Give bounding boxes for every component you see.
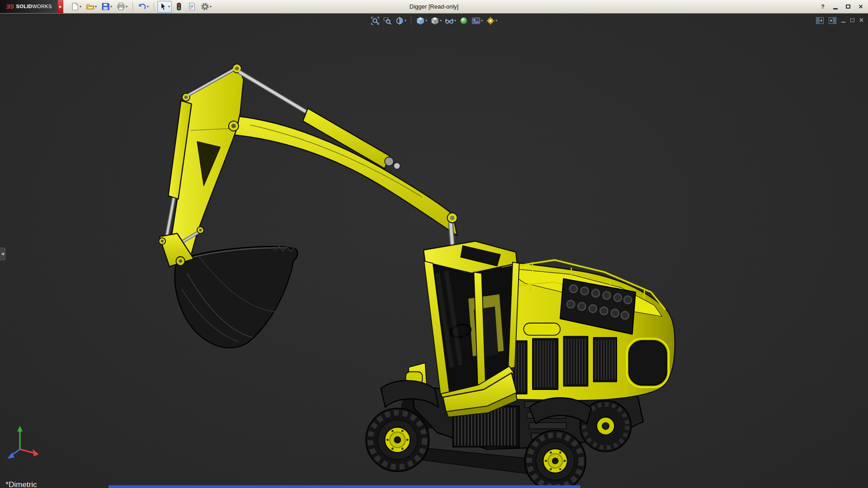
- apply-scene-button[interactable]: ▾: [472, 16, 483, 25]
- display-style-button[interactable]: ▾: [430, 16, 442, 25]
- new-document-button[interactable]: ▾: [69, 1, 83, 13]
- save-floppy-icon: [101, 2, 110, 11]
- display-style-icon: [430, 16, 439, 25]
- view-orientation-label: *Dimetric: [5, 480, 37, 488]
- open-button[interactable]: ▾: [84, 1, 99, 13]
- print-button[interactable]: ▾: [115, 1, 129, 13]
- select-cursor-icon: [159, 2, 168, 11]
- view-orientation-icon: [416, 16, 425, 25]
- restore-button[interactable]: [844, 3, 852, 11]
- title-bar: ƎS SOLIDWORKS ▶ ▾ ▾ ▾: [0, 0, 868, 14]
- pane-right-icon: [829, 17, 836, 24]
- save-button[interactable]: ▾: [99, 1, 114, 13]
- window-title: Digger [Read-only]: [410, 0, 458, 13]
- zoom-to-area-icon: [383, 16, 392, 25]
- minimize-document-icon: [841, 22, 845, 23]
- file-properties-icon: [188, 2, 196, 11]
- pane-left-icon: [816, 17, 824, 24]
- section-view-icon: [395, 16, 404, 25]
- digger-model[interactable]: [159, 64, 675, 488]
- print-icon: [117, 2, 125, 11]
- engine-house: [497, 260, 675, 400]
- rebuild-button[interactable]: [173, 1, 185, 13]
- close-document-button[interactable]: ×: [859, 16, 863, 24]
- select-tool-button[interactable]: ▾: [157, 1, 172, 13]
- new-document-icon: [71, 2, 79, 11]
- restore-icon: [846, 5, 850, 9]
- menu-expand-arrow[interactable]: ▶: [58, 0, 63, 13]
- graphics-viewport: *Dimetric ▾: [0, 13, 868, 488]
- edit-appearance-icon: [459, 16, 468, 25]
- zoom-to-area-button[interactable]: [383, 16, 392, 25]
- undo-icon: [138, 2, 146, 11]
- view-orientation-button[interactable]: ▾: [416, 16, 427, 25]
- minimize-icon: [833, 8, 838, 9]
- toolbar-separator: [154, 2, 154, 11]
- panel-collapse-arrow[interactable]: ◀: [0, 248, 5, 260]
- file-properties-button[interactable]: [186, 1, 198, 13]
- zoom-to-fit-icon: [371, 16, 380, 25]
- boom-assembly: [159, 64, 457, 348]
- hide-show-items-button[interactable]: ▾: [445, 16, 456, 25]
- solidworks-logo-text: SOLIDWORKS: [16, 4, 52, 9]
- solidworks-logo: ƎS SOLIDWORKS: [0, 0, 58, 13]
- bucket: [175, 246, 298, 348]
- options-gear-icon: [201, 2, 209, 11]
- solidworks-window: { "window": { "title": "Digger [Read-onl…: [0, 0, 868, 488]
- view-settings-icon: [486, 16, 495, 25]
- deck-cylinder: [524, 323, 560, 335]
- zoom-to-fit-button[interactable]: [371, 16, 380, 25]
- graphics-area[interactable]: *Dimetric: [0, 13, 868, 488]
- hud-separator: [411, 17, 411, 25]
- options-button[interactable]: ▾: [199, 1, 213, 13]
- section-view-button[interactable]: ▾: [395, 16, 406, 25]
- apply-scene-icon: [472, 16, 481, 25]
- minimize-button[interactable]: [832, 3, 839, 11]
- hide-show-items-icon: [445, 16, 454, 25]
- pane-right-button[interactable]: [829, 17, 836, 24]
- restore-document-icon: [850, 19, 854, 22]
- help-button[interactable]: ?: [819, 3, 826, 11]
- document-window-controls: ×: [816, 16, 863, 24]
- rear-panel-inset: [629, 341, 666, 385]
- restore-document-button[interactable]: [850, 19, 854, 22]
- window-controls: ? ×: [819, 0, 864, 13]
- undo-button[interactable]: ▾: [136, 1, 151, 13]
- rebuild-trafficlight-icon: [175, 2, 183, 11]
- view-settings-button[interactable]: ▾: [486, 16, 497, 25]
- heads-up-view-toolbar: ▾ ▾ ▾ ▾: [371, 16, 497, 25]
- main-toolbar: ▾ ▾ ▾ ▾ ▾: [69, 1, 213, 13]
- orientation-triad: [7, 426, 39, 459]
- solidworks-logo-icon: ƎS: [6, 4, 14, 9]
- front-left-wheel: [366, 408, 429, 472]
- taskbar-strip[interactable]: [108, 485, 580, 488]
- menu-expand-icon: ▶: [59, 5, 61, 9]
- close-button[interactable]: ×: [857, 3, 864, 11]
- pane-left-button[interactable]: [816, 17, 824, 24]
- edit-appearance-button[interactable]: [459, 16, 468, 25]
- minimize-document-button[interactable]: [841, 18, 845, 23]
- open-folder-icon: [86, 2, 94, 11]
- toolbar-separator: [132, 2, 133, 11]
- front-right-wheel: [525, 431, 586, 488]
